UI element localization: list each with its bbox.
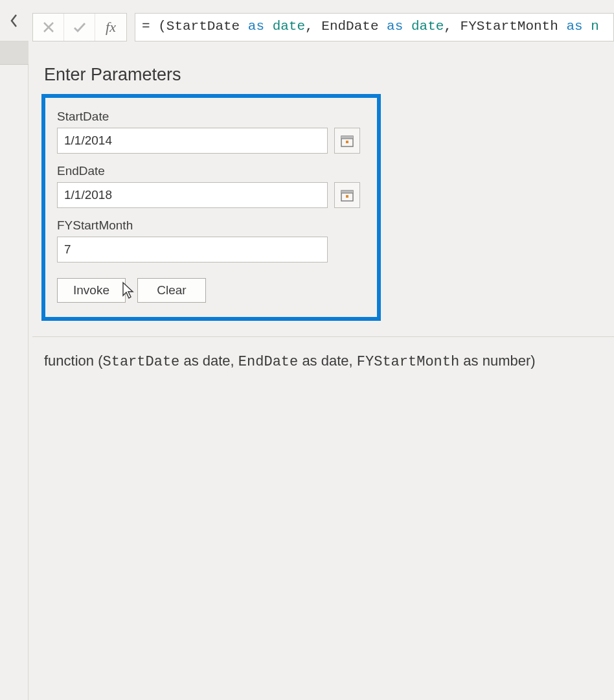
formula-bar: fx = (StartDate as date, EndDate as date… — [32, 13, 614, 41]
sig-arg-fystartmonth: FYStartMonth — [357, 354, 459, 370]
fx-button[interactable]: fx — [95, 14, 126, 41]
chevron-left-icon — [10, 14, 19, 28]
enddate-input[interactable] — [57, 182, 328, 208]
calendar-icon — [340, 134, 354, 148]
field-fystartmonth: FYStartMonth — [57, 218, 365, 262]
sig-text: as number) — [459, 353, 535, 369]
x-icon — [42, 21, 55, 34]
formula-input[interactable]: = (StartDate as date, EndDate as date, F… — [135, 13, 614, 41]
formula-text-mid1: , EndDate — [305, 19, 387, 34]
formula-text-mid2: , FYStartMonth — [444, 19, 566, 34]
parameters-highlight-box: StartDate EndDate — [41, 94, 381, 321]
queries-pane-collapsed — [0, 0, 28, 700]
formula-kw-as-3: as — [566, 19, 582, 34]
fystartmonth-label: FYStartMonth — [57, 218, 365, 233]
sig-text: as date, — [298, 353, 357, 369]
formula-type-date-1: date — [273, 19, 305, 34]
formula-type-n: n — [591, 19, 599, 34]
sig-text: function ( — [44, 353, 103, 369]
main-content: Enter Parameters StartDate EndDate — [32, 65, 614, 370]
section-title: Enter Parameters — [44, 65, 614, 85]
cancel-formula-button[interactable] — [33, 14, 64, 41]
function-signature: function (StartDate as date, EndDate as … — [44, 353, 614, 370]
fx-icon: fx — [106, 19, 116, 36]
invoke-button[interactable]: Invoke — [57, 278, 126, 303]
sig-arg-enddate: EndDate — [238, 354, 298, 370]
svg-rect-7 — [341, 191, 353, 193]
clear-button[interactable]: Clear — [137, 278, 206, 303]
svg-rect-4 — [346, 141, 348, 143]
calendar-icon — [340, 188, 354, 202]
commit-formula-button[interactable] — [64, 14, 95, 41]
formula-bar-actions: fx — [32, 13, 127, 41]
enddate-datepicker-button[interactable] — [334, 182, 360, 208]
enddate-label: EndDate — [57, 164, 365, 178]
field-startdate: StartDate — [57, 110, 365, 154]
fystartmonth-input[interactable] — [57, 237, 328, 262]
check-icon — [73, 21, 87, 34]
expand-pane-button[interactable] — [0, 0, 28, 41]
svg-rect-3 — [341, 136, 353, 139]
button-row: Invoke Clear — [57, 278, 365, 303]
sig-arg-startdate: StartDate — [103, 354, 180, 370]
startdate-label: StartDate — [57, 110, 365, 124]
formula-kw-as-2: as — [387, 19, 403, 34]
startdate-datepicker-button[interactable] — [334, 128, 360, 154]
divider — [32, 336, 614, 337]
svg-rect-8 — [346, 195, 348, 198]
query-tab-stub[interactable] — [0, 41, 28, 65]
formula-kw-as-1: as — [248, 19, 264, 34]
sig-text: as date, — [179, 353, 238, 369]
formula-type-date-2: date — [411, 19, 444, 34]
formula-text-prefix: = (StartDate — [142, 19, 248, 34]
startdate-input[interactable] — [57, 128, 328, 154]
field-enddate: EndDate — [57, 164, 365, 208]
